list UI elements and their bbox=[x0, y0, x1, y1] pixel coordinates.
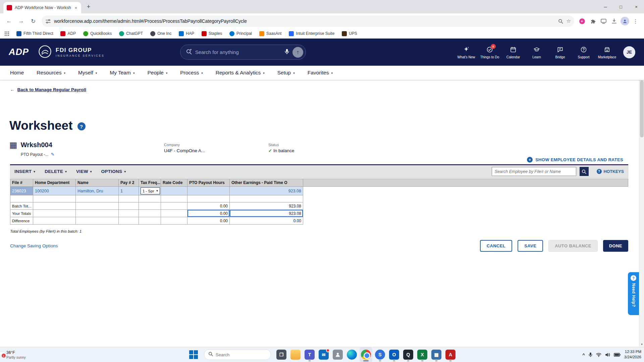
nav-favorites[interactable]: Favorites▾ bbox=[308, 70, 333, 76]
tab-close-icon[interactable]: × bbox=[74, 5, 78, 10]
bookmark-star-icon[interactable]: ☆ bbox=[567, 18, 571, 24]
site-info-icon[interactable] bbox=[46, 19, 51, 24]
apps-grid-icon[interactable] bbox=[5, 32, 9, 36]
done-button[interactable]: DONE bbox=[603, 240, 628, 252]
whats-new-button[interactable]: What's New bbox=[455, 45, 477, 59]
edit-pencil-icon[interactable]: ✎ bbox=[51, 152, 54, 157]
help-icon[interactable]: ? bbox=[77, 122, 86, 130]
bookmark-item[interactable]: QuickBooks bbox=[83, 31, 112, 36]
things-to-do-button[interactable]: 8 Things to Do bbox=[479, 45, 500, 59]
quickbooks-button[interactable]: Q bbox=[402, 347, 415, 362]
mic-icon[interactable] bbox=[589, 352, 592, 357]
bookmark-item[interactable]: One Inc bbox=[150, 31, 171, 36]
scrollbar-thumb[interactable] bbox=[640, 80, 644, 137]
tray-expand-icon[interactable]: ^ bbox=[582, 352, 585, 357]
need-help-tab[interactable]: ? Need Help? bbox=[628, 272, 639, 315]
change-saving-options-link[interactable]: Change Saving Options bbox=[10, 243, 58, 248]
battery-icon[interactable] bbox=[614, 353, 621, 357]
nav-process[interactable]: Process▾ bbox=[180, 70, 203, 76]
bookmark-item[interactable]: ADP bbox=[60, 31, 76, 36]
skype-button[interactable]: S bbox=[374, 347, 386, 362]
bookmark-item[interactable]: Staples bbox=[202, 31, 222, 36]
cell-tax-freq[interactable]: 1 - Spr ▼ bbox=[139, 187, 161, 195]
extensions-puzzle-icon[interactable] bbox=[588, 18, 598, 24]
hotkeys-link[interactable]: ? HOTKEYS bbox=[597, 169, 624, 174]
column-header[interactable]: Other Earnings - Paid Time O bbox=[230, 179, 303, 187]
cancel-button[interactable]: CANCEL bbox=[480, 240, 513, 252]
edge-button[interactable] bbox=[345, 347, 358, 362]
acrobat-button[interactable]: A bbox=[444, 347, 457, 362]
empty-row[interactable] bbox=[10, 195, 628, 202]
taskbar-clock[interactable]: 12:33 PM 3/24/2026 bbox=[624, 349, 641, 360]
microphone-icon[interactable] bbox=[285, 49, 289, 56]
nav-people[interactable]: People▾ bbox=[147, 70, 167, 76]
bookmark-item[interactable]: UPS bbox=[342, 31, 357, 36]
teams-button[interactable]: T bbox=[303, 347, 316, 362]
column-header[interactable]: Tax Freq... bbox=[139, 179, 161, 187]
bookmark-item[interactable]: Fifth Third Direct bbox=[16, 31, 53, 36]
bookmark-item[interactable]: Intuit Enterprise Suite bbox=[289, 31, 334, 36]
mail-button[interactable]: ✉ bbox=[317, 347, 330, 362]
cell-name[interactable]: Hamilton, Dru bbox=[76, 187, 119, 195]
window-close-button[interactable]: × bbox=[629, 0, 644, 13]
column-header[interactable]: PTO Payout Hours bbox=[187, 179, 230, 187]
column-header[interactable]: Home Department bbox=[33, 179, 76, 187]
employee-search-button[interactable] bbox=[580, 167, 589, 176]
calculator-button[interactable]: ▦ bbox=[430, 347, 443, 362]
browser-tab[interactable]: ADP Workforce Now - Workshe × bbox=[3, 2, 81, 13]
page-scrollbar[interactable]: ▼ bbox=[639, 80, 644, 347]
new-tab-button[interactable]: + bbox=[85, 3, 93, 10]
insert-menu-button[interactable]: INSERT▾ bbox=[14, 169, 35, 174]
learn-button[interactable]: Learn bbox=[526, 45, 547, 59]
nav-my-team[interactable]: My Team▾ bbox=[110, 70, 135, 76]
global-search[interactable]: ↑ bbox=[180, 45, 306, 60]
cell-file-number[interactable]: 236023 bbox=[10, 187, 33, 195]
nav-reports-analytics[interactable]: Reports & Analytics▾ bbox=[216, 70, 265, 76]
scroll-down-arrow[interactable]: ▼ bbox=[639, 342, 644, 347]
column-header[interactable]: Name bbox=[76, 179, 119, 187]
your-total-other-input[interactable]: 923.08 bbox=[230, 210, 303, 217]
taskbar-search-input[interactable] bbox=[216, 352, 259, 357]
cell-pay-2[interactable]: 1 bbox=[119, 187, 139, 195]
save-to-device-icon[interactable] bbox=[598, 19, 608, 24]
outlook-button[interactable]: O bbox=[388, 347, 400, 362]
wifi-icon[interactable] bbox=[596, 353, 601, 357]
bookmark-item[interactable]: ChatGPT bbox=[119, 31, 143, 36]
bridge-button[interactable]: Bridge bbox=[549, 45, 571, 59]
taskbar-search[interactable] bbox=[204, 349, 271, 360]
cell-rate-code[interactable] bbox=[161, 187, 187, 195]
nav-resources[interactable]: Resources▾ bbox=[37, 70, 65, 76]
browser-menu-icon[interactable]: ⋮ bbox=[631, 18, 641, 24]
cell-other-earnings[interactable]: 923.08 bbox=[230, 187, 303, 195]
column-header[interactable]: Pay # 2 bbox=[119, 179, 139, 187]
extension-pink-icon[interactable]: ✦ bbox=[577, 18, 587, 24]
show-employee-details-link[interactable]: + SHOW EMPLOYEE DETAILS AND RATES bbox=[527, 157, 623, 163]
column-header[interactable]: Rate Code bbox=[161, 179, 187, 187]
file-explorer-button[interactable] bbox=[289, 347, 302, 362]
marketplace-button[interactable]: Marketplace bbox=[596, 45, 618, 59]
search-submit-icon[interactable]: ↑ bbox=[292, 47, 303, 58]
refresh-button[interactable]: ↻ bbox=[28, 15, 39, 27]
bookmark-item[interactable]: HAP bbox=[179, 31, 194, 36]
column-header[interactable]: File # bbox=[10, 179, 33, 187]
tax-frequency-select[interactable]: 1 - Spr ▼ bbox=[141, 187, 160, 194]
nav-setup[interactable]: Setup▾ bbox=[277, 70, 295, 76]
user-avatar[interactable]: JE bbox=[623, 46, 635, 58]
nav-myself[interactable]: Myself▾ bbox=[78, 70, 97, 76]
cell-pto-payout-hours[interactable] bbox=[187, 187, 230, 195]
cell-home-department[interactable]: 100200 bbox=[33, 187, 76, 195]
profile-avatar[interactable] bbox=[620, 17, 630, 25]
calendar-button[interactable]: Calendar bbox=[502, 45, 524, 59]
employee-search-input[interactable] bbox=[492, 167, 576, 176]
lens-search-icon[interactable] bbox=[558, 19, 563, 24]
start-button[interactable] bbox=[187, 347, 200, 362]
chrome-button[interactable] bbox=[360, 347, 372, 362]
save-button[interactable]: SAVE bbox=[518, 240, 543, 252]
volume-icon[interactable] bbox=[605, 353, 610, 357]
employee-row[interactable]: 236023 100200 Hamilton, Dru 1 1 - Spr ▼ … bbox=[10, 187, 628, 195]
downloads-button[interactable] bbox=[609, 18, 619, 24]
window-maximize-button[interactable]: □ bbox=[613, 0, 629, 13]
excel-button[interactable]: X bbox=[416, 347, 429, 362]
window-minimize-button[interactable]: ─ bbox=[598, 0, 613, 13]
view-menu-button[interactable]: VIEW▾ bbox=[76, 169, 92, 174]
